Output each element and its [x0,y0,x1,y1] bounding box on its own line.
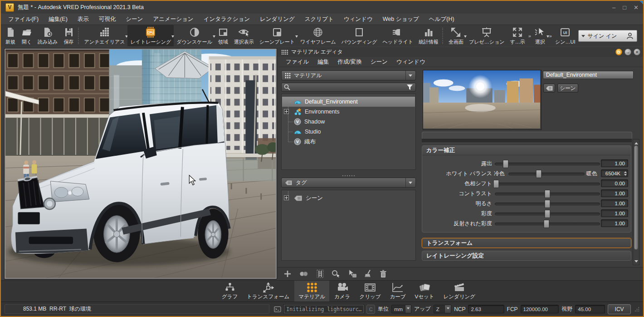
menu-scene[interactable]: シーン [126,15,143,23]
wireframe-button[interactable]: ワイヤフレーム [298,25,339,47]
material-item[interactable]: Default_Environment [282,97,415,107]
region-button[interactable]: 領域 [215,25,231,47]
statistics-button[interactable]: 統計情報 [416,25,441,47]
module-transform[interactable]: トランスフォーム [243,281,293,302]
selection-button[interactable]: 選択 [532,25,549,47]
slider-thumb[interactable] [545,210,551,218]
resize-grip[interactable] [634,307,639,312]
console-status-field[interactable]: Initializing lightsourc… [284,305,364,313]
slider-thumb[interactable] [543,220,549,228]
menu-script[interactable]: スクリプト [305,15,334,23]
environment-preview[interactable] [423,70,542,130]
slider-thumb[interactable] [493,180,499,188]
scroll-up-button[interactable] [633,139,639,145]
material-type-combo[interactable]: マテリアル [281,70,416,80]
slider-value-field[interactable]: 1.00 [601,209,628,217]
material-search-input[interactable] [281,83,416,92]
cleanup-broom-icon[interactable] [364,269,373,278]
save-button[interactable]: 保存 [61,25,77,47]
headlight-button[interactable]: ヘッドライト [380,25,416,47]
material-editor-header[interactable]: マテリアル エディタ D → ✕ [278,47,644,57]
material-item[interactable]: Studio [282,127,415,137]
material-item[interactable]: Environments [282,107,415,117]
raytracing-section-header[interactable]: レイトレーシング設定 [422,251,631,261]
menu-visualization[interactable]: 可視化 [99,15,116,23]
import-button[interactable]: 読み込み [35,25,61,47]
fov-field[interactable]: 45.00 [575,305,605,313]
maximize-button[interactable]: □ [623,4,626,11]
menu-interaction[interactable]: インタラクション [204,15,250,23]
slider-track[interactable] [495,183,600,185]
color-correction-header[interactable]: カラー補正 [422,146,631,155]
tag-list[interactable]: シーン [281,190,416,261]
bounding-button[interactable]: バウンディング [339,25,380,47]
slider-track[interactable] [495,223,600,225]
slider-value-field[interactable]: 1.00 [601,219,628,227]
dropdown-caret-icon[interactable] [546,35,549,39]
me-menu-file[interactable]: ファイル [286,58,309,66]
console-clear-button[interactable]: C [366,305,375,314]
me-menu-window[interactable]: ウィンドウ [396,58,425,66]
slider-track[interactable] [495,193,600,195]
module-material[interactable]: マテリアル [294,281,329,302]
menu-file[interactable]: ファイル(F) [8,15,39,23]
module-curve[interactable]: カーブ [385,281,410,302]
render-viewport[interactable] [5,49,277,279]
slider-thumb[interactable] [545,200,551,208]
spinner-arrows-icon[interactable] [624,170,627,177]
slider-thumb[interactable] [503,160,509,168]
raytracing-button[interactable]: CPU レイトレーシング [127,25,174,47]
slider-value-field[interactable]: 1.00 [601,159,628,167]
panel-splitter[interactable] [281,174,416,178]
sceneplate-button[interactable]: シーンプレート [257,25,298,47]
me-menu-create-convert[interactable]: 作成/変換 [337,58,361,66]
me-menu-scene[interactable]: シーン [371,58,388,66]
show-all-button[interactable]: す…示 [507,25,527,47]
titlebar[interactable]: V 無題 * - Autodesk VRED Professional 2021… [1,1,643,14]
module-rendering[interactable]: レンダリング [439,281,479,302]
module-clip[interactable]: クリップ [355,281,385,302]
hierarchy-icon[interactable] [316,269,325,278]
properties-scrollbar[interactable] [633,139,639,265]
slider-value-field[interactable]: 0.00 [601,179,628,187]
menu-rendering[interactable]: レンダリング [260,15,295,23]
slider-thumb[interactable] [545,190,551,198]
fullscreen-button[interactable]: 全画面 [446,25,466,47]
toolbar-overflow-indicator[interactable]: » [528,33,532,39]
material-item[interactable]: V 織布 [282,137,415,147]
slider-track[interactable] [495,213,600,215]
downscale-button[interactable]: ダウンスケール [174,25,215,47]
unit-dropdown[interactable]: mm [391,305,411,313]
apply-material-icon[interactable] [347,269,357,278]
antialiasing-button[interactable]: アンチエイリアス [81,25,127,47]
undock-button[interactable]: → [624,49,631,55]
tree-expander-icon[interactable] [284,109,289,114]
menu-help[interactable]: ヘルプ(H) [429,15,454,23]
slider-value-field[interactable]: 1.00 [601,189,628,197]
show-selection-button[interactable]: 選択表示 [231,25,257,47]
filter-funnel-icon[interactable] [406,84,413,90]
panel-close-button[interactable]: ✕ [634,49,640,55]
material-name-field[interactable]: Default_Environment [543,71,634,79]
tag-item[interactable]: シーン [282,193,415,203]
transform-section-header[interactable]: トランスフォーム [422,238,631,248]
module-vset[interactable]: Vセット [411,281,439,302]
menu-animation[interactable]: アニメーション [153,15,193,23]
menu-view[interactable]: 表示 [78,15,89,23]
dock-badge[interactable]: D [615,49,622,55]
me-menu-edit[interactable]: 編集 [317,58,329,66]
tag-assign-button[interactable] [543,84,555,93]
slider-value-field[interactable]: 1.00 [601,199,628,207]
ncp-field[interactable]: 2.63 [468,305,504,313]
icv-button[interactable]: ICV [608,304,630,314]
add-material-icon[interactable] [283,269,292,278]
menu-webshop[interactable]: Web ショップ [383,15,419,23]
up-axis-dropdown[interactable]: Z [434,305,451,313]
scroll-down-button[interactable] [633,259,639,265]
viewport-3d-scene[interactable] [5,50,276,278]
menu-window[interactable]: ウィンドウ [344,15,373,23]
presentation-button[interactable]: プレゼ…ション [466,25,507,47]
tag-combo[interactable]: タグ [281,178,416,188]
tree-expander-icon[interactable] [284,195,289,200]
open-button[interactable]: 開く [19,25,35,47]
